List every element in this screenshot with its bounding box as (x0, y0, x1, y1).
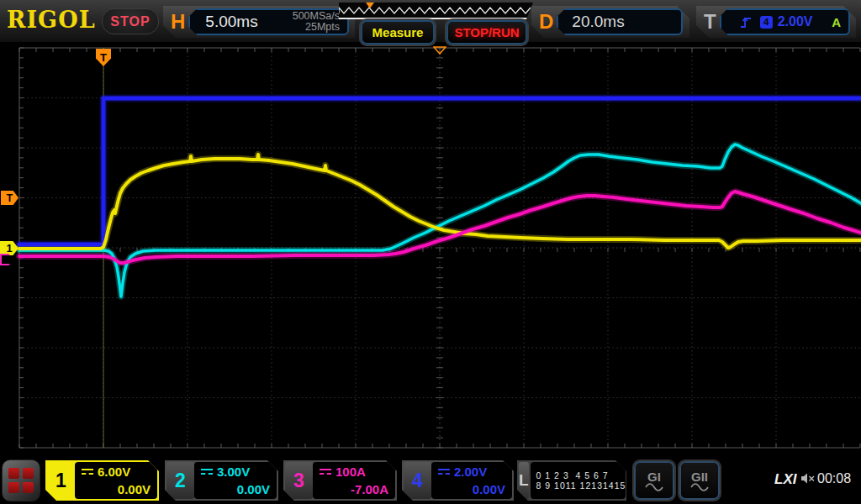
delay-label: D (539, 10, 553, 34)
timebase-value: 5.00ms (205, 13, 257, 31)
channel2-number: 2 (166, 462, 194, 499)
gen1-label: GI (647, 470, 661, 483)
sine-wave-icon (645, 483, 663, 491)
channel1-scale: 6.00V (98, 465, 130, 479)
menu-grid-icon (8, 468, 19, 479)
dc-coupling-icon (320, 468, 331, 475)
channel4-scale: 2.00V (454, 465, 487, 479)
menu-grid-icon (8, 482, 19, 493)
channel3-number: 3 (285, 462, 313, 499)
measure-button[interactable]: Measure (361, 20, 435, 45)
lxi-logo: LXI (774, 471, 796, 488)
trigger-level-value: 2.00V (778, 14, 813, 29)
trigger-label: T (704, 10, 716, 34)
trigger-mode: A (832, 15, 841, 29)
memory-depth: 25Mpts (305, 21, 340, 33)
delay-valbox[interactable]: 20.0ms (557, 8, 683, 35)
horizontal-center-marker[interactable] (433, 46, 446, 55)
channel1-status[interactable]: 1 6.00V 0.00V (45, 460, 159, 501)
channel4-status[interactable]: 4 2.00V 0.00V (402, 460, 514, 501)
channel3-scale: 100A (335, 465, 366, 479)
memory-position-strip[interactable] (339, 3, 533, 19)
channel3-offset: -7.00A (320, 482, 388, 496)
function-gen1-button[interactable]: GI (634, 461, 674, 500)
dc-coupling-icon (438, 468, 450, 475)
horizontal-valbox[interactable]: 5.00ms 500MSa/s 25Mpts (188, 8, 349, 35)
clock: 00:08 (817, 471, 851, 486)
menu-grid-icon (23, 468, 34, 479)
la-digits-row1: 0 1 2 3 4 5 6 7 (536, 470, 626, 480)
gen2-label: GII (691, 470, 708, 483)
function-gen2-button[interactable]: GII (679, 461, 720, 500)
run-state-badge[interactable]: STOP (102, 8, 159, 34)
horizontal-label: H (171, 10, 185, 34)
dc-coupling-icon (82, 468, 93, 475)
stop-run-button[interactable]: STOP/RUN (446, 20, 527, 45)
bottom-status-bar: 1 6.00V 0.00V 2 3.00V 0.00V 3 100A -7.00… (0, 458, 861, 504)
channel3-status[interactable]: 3 100A -7.00A (283, 460, 397, 501)
trigger-source-badge: 4 (760, 16, 773, 29)
sine-wave-icon (690, 483, 709, 491)
trigger-slope-icon (740, 16, 752, 29)
trigger-valbox[interactable]: 4 2.00V A (720, 8, 850, 35)
channel4-offset: 0.00V (438, 482, 505, 496)
dc-coupling-icon (201, 468, 213, 475)
rigol-logo: RIGOL (7, 7, 96, 33)
trigger-block[interactable]: T 4 2.00V A (696, 6, 856, 38)
channel2-offset: 0.00V (201, 482, 270, 496)
channel1-offset: 0.00V (82, 482, 151, 496)
channel2-scale: 3.00V (217, 465, 250, 479)
channel2-status[interactable]: 2 3.00V 0.00V (165, 460, 278, 501)
oscilloscope-screen: RIGOL STOP H 5.00ms 500MSa/s 25Mpts Meas… (0, 0, 861, 504)
la-digits-row2: 8 9 1011 12131415 (536, 480, 626, 491)
horizontal-block[interactable]: H 5.00ms 500MSa/s 25Mpts (163, 6, 355, 38)
speaker-mute-icon[interactable] (800, 472, 816, 485)
memory-position-marker[interactable] (366, 3, 374, 8)
logic-analyzer-status[interactable]: L 0 1 2 3 4 5 6 7 8 9 1011 12131415 (517, 460, 626, 501)
waveform-display[interactable] (0, 42, 861, 458)
menu-button[interactable] (2, 459, 40, 501)
logic-analyzer-label: L (519, 462, 529, 499)
channel1-number: 1 (47, 462, 75, 499)
menu-grid-icon (23, 482, 34, 493)
delay-block[interactable]: D 20.0ms (531, 6, 689, 38)
sample-rate: 500MSa/s (293, 10, 340, 22)
top-toolbar: RIGOL STOP H 5.00ms 500MSa/s 25Mpts Meas… (0, 0, 861, 42)
acquisition-info: 500MSa/s 25Mpts (293, 11, 340, 33)
delay-value: 20.0ms (572, 13, 624, 31)
channel4-number: 4 (404, 462, 431, 499)
